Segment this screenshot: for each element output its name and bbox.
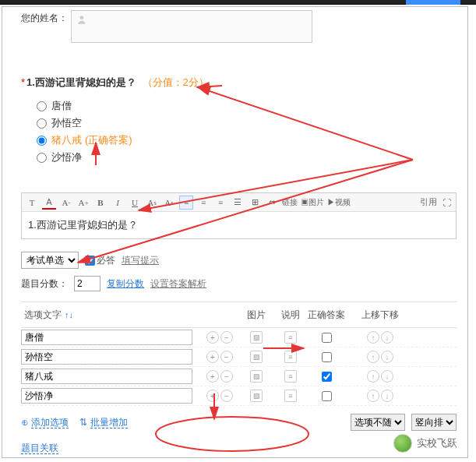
table-icon[interactable]: ⊞ xyxy=(248,196,262,210)
text-tool-icon[interactable]: T xyxy=(25,196,39,210)
option-row[interactable]: 猪八戒 (正确答案) xyxy=(37,132,457,149)
col-correct: 正确答案 xyxy=(308,309,345,322)
required-label: 必答 xyxy=(97,254,115,267)
correct-checkbox[interactable] xyxy=(322,333,332,343)
link-icon[interactable]: ⇔ xyxy=(265,196,279,210)
table-row: + − ▧ ≡ ↑ ↓ xyxy=(21,367,457,386)
editor-toolbar: T A A- A+ B I U As As ≡ ≡ ≡ ☰ ⊞ ⇔ 链接 ▣图片… xyxy=(22,193,456,212)
option-row[interactable]: 唐僧 xyxy=(37,97,457,115)
batch-icon: ⇅ xyxy=(79,417,87,428)
editor-body[interactable]: 1.西游记里背媳妇的是？ xyxy=(22,212,456,238)
move-up-icon[interactable]: ↑ xyxy=(367,390,379,402)
correct-checkbox[interactable] xyxy=(322,391,332,401)
image-upload-icon[interactable]: ▧ xyxy=(250,390,263,402)
link-text-icon[interactable]: 链接 xyxy=(282,196,298,210)
score-input[interactable] xyxy=(74,276,100,291)
video-icon[interactable]: ▶视频 xyxy=(327,196,351,210)
option-text-input[interactable] xyxy=(21,388,192,404)
sort-icon[interactable]: ↑↓ xyxy=(65,310,73,319)
set-analysis-link[interactable]: 设置答案解析 xyxy=(150,277,206,291)
table-row: + − ▧ ≡ ↑ ↓ xyxy=(21,328,457,347)
list-icon[interactable]: ☰ xyxy=(231,196,245,210)
desc-icon[interactable]: ≡ xyxy=(284,331,297,344)
table-row: + − ▧ ≡ ↑ ↓ xyxy=(21,386,457,406)
question-settings: 考试单选 必答 填写提示 题目分数： 复制分数 设置答案解析 xyxy=(21,249,457,295)
image-upload-icon[interactable]: ▧ xyxy=(250,351,263,363)
font-size-inc-icon[interactable]: A+ xyxy=(76,196,90,210)
add-option-link[interactable]: ⊕ 添加选项 xyxy=(21,416,69,429)
underline-icon[interactable]: U xyxy=(128,196,142,210)
add-icon[interactable]: + xyxy=(206,351,219,363)
watermark: 实校飞跃 xyxy=(389,432,462,454)
option-text-input[interactable] xyxy=(21,349,192,365)
question-type-select[interactable]: 考试单选 xyxy=(21,252,79,269)
align-left-icon[interactable]: ≡ xyxy=(179,196,193,210)
remove-icon[interactable]: − xyxy=(220,331,233,344)
correct-checkbox[interactable] xyxy=(322,352,332,362)
fill-hint-link[interactable]: 填写提示 xyxy=(122,254,159,267)
option-text-input[interactable] xyxy=(21,330,192,345)
user-icon xyxy=(76,14,87,25)
question-assoc-link[interactable]: 题目关联 xyxy=(21,443,58,454)
name-label: 您的姓名： xyxy=(21,12,68,25)
quote-button[interactable]: 引用 xyxy=(420,196,437,208)
move-up-icon[interactable]: ↑ xyxy=(367,351,379,363)
page-container: 您的姓名： *1.西游记里背媳妇的是？ （分值：2分） 唐僧 孙悟空 猪八戒 (… xyxy=(2,6,468,458)
font-size-dec-icon[interactable]: A- xyxy=(59,196,73,210)
option-row[interactable]: 沙悟净 xyxy=(37,149,457,166)
bold-icon[interactable]: B xyxy=(93,196,108,210)
image-icon[interactable]: ▣图片 xyxy=(301,196,324,210)
add-icon[interactable]: + xyxy=(206,331,219,344)
required-star: * xyxy=(21,76,25,88)
option-radio[interactable] xyxy=(37,118,47,129)
expand-icon[interactable]: ⛶ xyxy=(440,198,453,207)
image-upload-icon[interactable]: ▧ xyxy=(250,331,263,344)
option-row[interactable]: 孙悟空 xyxy=(37,115,457,132)
name-input-box[interactable] xyxy=(71,10,312,43)
batch-add-link[interactable]: ⇅ 批量增加 xyxy=(79,416,127,429)
settings-row-2: 题目分数： 复制分数 设置答案解析 xyxy=(21,272,457,295)
option-radio[interactable] xyxy=(37,153,47,163)
option-label: 唐僧 xyxy=(51,99,72,113)
correct-checkbox[interactable] xyxy=(322,372,332,382)
top-bar xyxy=(0,0,476,5)
watermark-text: 实校飞跃 xyxy=(417,436,457,450)
option-text-input[interactable] xyxy=(21,369,192,384)
remove-icon[interactable]: − xyxy=(220,351,233,363)
correct-answer-tag: (正确答案) xyxy=(85,133,132,147)
col-desc: 说明 xyxy=(273,309,308,322)
option-label: 沙悟净 xyxy=(51,150,82,164)
option-label: 孙悟空 xyxy=(51,116,82,130)
move-up-icon[interactable]: ↑ xyxy=(367,370,379,383)
desc-icon[interactable]: ≡ xyxy=(284,390,297,402)
image-upload-icon[interactable]: ▧ xyxy=(250,370,263,383)
align-center-icon[interactable]: ≡ xyxy=(196,196,210,210)
italic-icon[interactable]: I xyxy=(111,196,125,210)
move-up-icon[interactable]: ↑ xyxy=(367,331,379,344)
follow-select[interactable]: 选项不随 xyxy=(351,414,405,431)
option-radio[interactable] xyxy=(37,101,47,111)
remove-icon[interactable]: − xyxy=(220,370,233,383)
move-down-icon[interactable]: ↓ xyxy=(381,331,393,344)
remove-icon[interactable]: − xyxy=(220,390,233,402)
required-checkbox[interactable]: 必答 xyxy=(85,254,115,267)
move-down-icon[interactable]: ↓ xyxy=(381,351,393,363)
add-icon[interactable]: + xyxy=(206,390,219,402)
move-down-icon[interactable]: ↓ xyxy=(381,370,393,383)
orientation-select[interactable]: 竖向排 xyxy=(411,414,457,431)
copy-score-link[interactable]: 复制分数 xyxy=(107,277,144,291)
add-option-row: ⊕ 添加选项 ⇅ 批量增加 选项不随 竖向排 xyxy=(21,414,457,431)
superscript-icon[interactable]: As xyxy=(145,196,159,210)
desc-icon[interactable]: ≡ xyxy=(284,351,297,363)
required-checkbox-input[interactable] xyxy=(85,256,95,266)
option-radio[interactable] xyxy=(37,136,47,146)
subscript-icon[interactable]: As xyxy=(162,196,176,210)
plus-box-icon: ⊕ xyxy=(21,417,29,428)
move-down-icon[interactable]: ↓ xyxy=(381,390,393,402)
question-text: 1.西游记里背媳妇的是？ xyxy=(26,76,136,88)
align-right-icon[interactable]: ≡ xyxy=(213,196,227,210)
add-icon[interactable]: + xyxy=(206,370,219,383)
font-color-icon[interactable]: A xyxy=(42,196,56,210)
desc-icon[interactable]: ≡ xyxy=(284,370,297,383)
question-score: （分值：2分） xyxy=(143,76,209,88)
